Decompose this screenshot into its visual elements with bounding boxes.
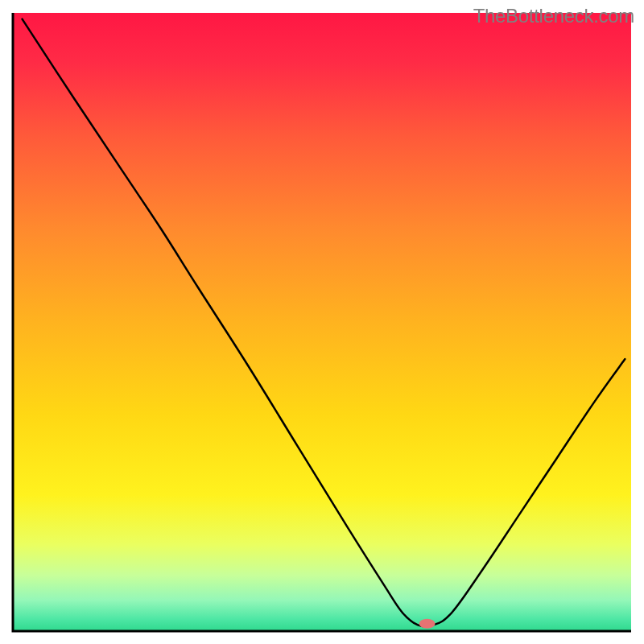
- watermark-text: TheBottleneck.com: [473, 5, 634, 27]
- bottleneck-chart: [0, 0, 644, 644]
- gradient-background: [13, 13, 631, 631]
- chart-container: TheBottleneck.com: [0, 0, 644, 644]
- minimum-marker: [419, 619, 436, 629]
